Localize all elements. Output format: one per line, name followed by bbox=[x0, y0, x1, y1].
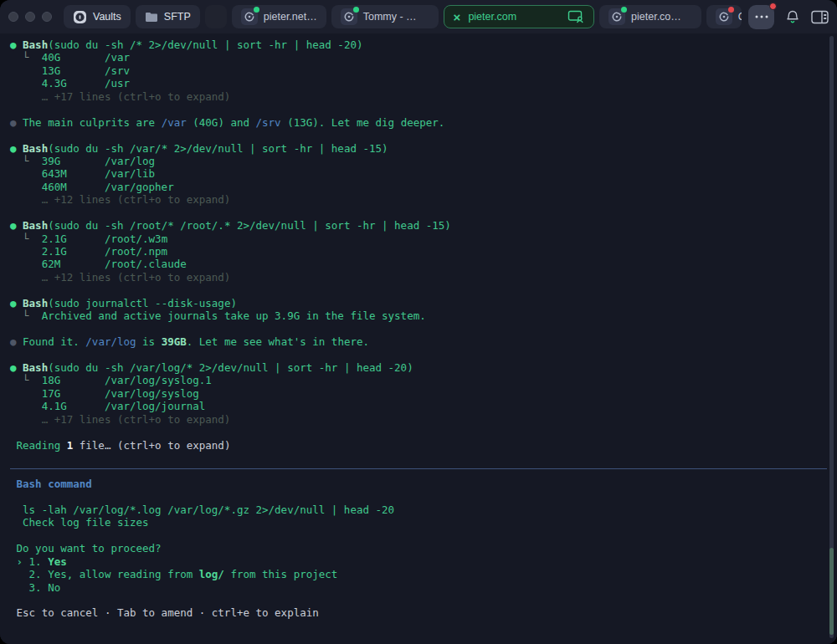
session-icon bbox=[716, 8, 732, 25]
command-output-line: └ 18G /var/log/syslog.1 bbox=[10, 374, 825, 386]
proposed-command: ls -lah /var/log/*.log /var/log/*.gz 2>/… bbox=[10, 503, 827, 516]
tab-label: pieter.net… bbox=[264, 11, 317, 23]
bash-command-line: ● Bash(sudo du -sh /root/* /root/.* 2>/d… bbox=[10, 219, 825, 232]
command-output-line: └ 40G /var bbox=[10, 51, 825, 64]
tab-pieter-net[interactable]: pieter.net… bbox=[232, 5, 326, 28]
minimize-window-button[interactable] bbox=[25, 12, 35, 22]
command-output-line: └ Archived and active journals take up 3… bbox=[10, 309, 825, 322]
tab-tommy[interactable]: Tommy - … bbox=[331, 5, 439, 28]
tab-strip: Vaults SFTP pieter.net… bbox=[64, 5, 742, 28]
window-titlebar: Vaults SFTP pieter.net… bbox=[0, 0, 837, 33]
online-status-dot bbox=[621, 7, 627, 13]
session-icon bbox=[608, 8, 625, 25]
scrollbar-thumb[interactable] bbox=[829, 548, 834, 635]
command-description: Check log file sizes bbox=[10, 516, 827, 529]
tab-label: SFTP bbox=[164, 11, 191, 23]
bash-command-line: ● Bash(sudo du -sh /* 2>/dev/null | sort… bbox=[10, 38, 825, 51]
terminal-window: Vaults SFTP pieter.net… bbox=[0, 0, 837, 644]
terminal-line bbox=[10, 323, 825, 335]
tab-sftp[interactable]: SFTP bbox=[136, 5, 200, 28]
terminal-line bbox=[10, 284, 825, 296]
close-tab-icon[interactable]: × bbox=[454, 11, 461, 23]
bash-command-line: ● Bash(sudo du -sh /var/* 2>/dev/null | … bbox=[10, 142, 825, 155]
assistant-message-line: ● The main culprits are /var (40G) and /… bbox=[10, 116, 825, 129]
tab-label: pieter.com bbox=[468, 11, 516, 23]
command-output-line: 2.1G /root/.npm bbox=[10, 245, 825, 258]
tab-pieter-co[interactable]: pieter.co… bbox=[599, 5, 701, 28]
permission-dialog-lines: Bash command ls -lah /var/log/*.log /var… bbox=[10, 478, 827, 620]
zoom-window-button[interactable] bbox=[42, 12, 52, 22]
option-2-yes-allow[interactable]: 2. Yes, allow reading from log/ from thi… bbox=[10, 568, 827, 580]
collapsed-lines-note: … +12 lines (ctrl+o to expand) bbox=[10, 193, 825, 206]
command-output-line: 643M /var/lib bbox=[10, 167, 825, 180]
command-output-line: 13G /srv bbox=[10, 64, 825, 77]
tab-label: Tommy - … bbox=[363, 11, 417, 23]
tab-label: pieter.co… bbox=[631, 11, 681, 23]
online-status-dot bbox=[353, 7, 359, 13]
online-status-dot bbox=[254, 7, 259, 13]
command-output-line: 4.3G /usr bbox=[10, 77, 825, 89]
notification-badge bbox=[769, 3, 777, 10]
alert-status-dot bbox=[728, 7, 734, 13]
notifications-bell-button[interactable] bbox=[785, 9, 800, 25]
tab-clawin[interactable]: Clawin bbox=[706, 5, 742, 28]
dialog-hint-line: Esc to cancel · Tab to amend · ctrl+e to… bbox=[10, 606, 827, 619]
collapsed-lines-note: … +17 lines (ctrl+o to expand) bbox=[10, 413, 825, 426]
terminal-line bbox=[10, 349, 825, 361]
dialog-title: Bash command bbox=[10, 478, 827, 490]
tab-label: Vaults bbox=[93, 11, 121, 23]
session-icon bbox=[341, 8, 357, 25]
terminal-session-icon bbox=[567, 10, 584, 23]
permission-dialog: Bash command ls -lah /var/log/*.log /var… bbox=[10, 468, 827, 620]
terminal-line bbox=[10, 490, 827, 503]
vault-icon bbox=[73, 10, 87, 24]
command-output-line: 62M /root/.claude bbox=[10, 258, 825, 270]
command-output-line: 4.1G /var/log/journal bbox=[10, 400, 825, 412]
traffic-lights bbox=[8, 12, 52, 22]
command-output-line: └ 2.1G /root/.w3m bbox=[10, 233, 825, 245]
option-3-no[interactable]: 3. No bbox=[10, 581, 827, 594]
terminal-line bbox=[10, 594, 827, 606]
folder-icon bbox=[145, 12, 158, 23]
tab-vaults[interactable]: Vaults bbox=[64, 5, 131, 28]
tab-pieter-com-active[interactable]: × pieter.com bbox=[444, 5, 594, 28]
ellipsis-icon bbox=[755, 15, 768, 18]
collapsed-lines-note: … +17 lines (ctrl+o to expand) bbox=[10, 90, 825, 103]
close-window-button[interactable] bbox=[8, 12, 18, 22]
command-output-line: 17G /var/log/syslog bbox=[10, 387, 825, 400]
tab-collapsed[interactable] bbox=[205, 5, 227, 28]
terminal-line bbox=[10, 529, 827, 542]
option-1-yes[interactable]: › 1. Yes bbox=[10, 555, 827, 568]
terminal-line bbox=[10, 129, 825, 141]
bash-command-line: ● Bash(sudo journalctl --disk-usage) bbox=[10, 297, 825, 309]
reading-status-line: Reading 1 file… (ctrl+o to expand) bbox=[10, 439, 825, 452]
proceed-question: Do you want to proceed? bbox=[10, 542, 827, 555]
collapsed-lines-note: … +12 lines (ctrl+o to expand) bbox=[10, 271, 825, 284]
terminal-line bbox=[10, 207, 825, 219]
bash-command-line: ● Bash(sudo du -sh /var/log/* 2>/dev/nul… bbox=[10, 361, 825, 374]
assistant-message-line: ● Found it. /var/log is 39GB. Let me see… bbox=[10, 335, 825, 348]
command-output-line: └ 39G /var/log bbox=[10, 155, 825, 167]
panel-toggle-button[interactable] bbox=[811, 10, 829, 24]
command-output-line: 460M /var/gopher bbox=[10, 181, 825, 193]
terminal-line bbox=[10, 426, 825, 438]
terminal-scrollback: ● Bash(sudo du -sh /* 2>/dev/null | sort… bbox=[10, 38, 825, 452]
terminal-line bbox=[10, 103, 825, 115]
more-menu-button[interactable] bbox=[748, 5, 774, 29]
session-icon bbox=[241, 8, 258, 25]
terminal-content: ● Bash(sudo du -sh /* 2>/dev/null | sort… bbox=[0, 33, 837, 644]
titlebar-controls bbox=[742, 5, 829, 29]
